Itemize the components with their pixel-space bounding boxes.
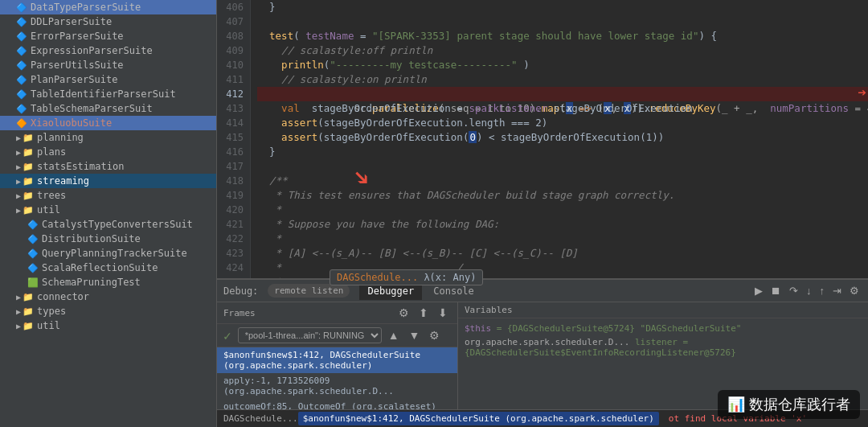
- sidebar-item-parserutilssuite[interactable]: 🔷 ParserUtilsSuite: [0, 58, 216, 72]
- code-lines: } test( testName = "[SPARK-3353] parent …: [251, 0, 868, 278]
- thread-filter-button[interactable]: ⚙: [426, 327, 443, 343]
- debug-label: Debug:: [223, 285, 258, 297]
- arrow-right-icon: ▶: [16, 322, 21, 331]
- line-num-409: 409: [217, 43, 250, 58]
- line-num-421: 421: [217, 217, 250, 232]
- arrow-right-icon: ▶: [16, 293, 21, 302]
- sidebar-item-trees[interactable]: ▶ 📁 trees: [0, 188, 216, 203]
- file-icon: 🔷: [27, 263, 39, 273]
- file-icon: 🔷: [16, 60, 27, 71]
- file-icon: 🔷: [16, 31, 27, 42]
- thread-dropdown[interactable]: *pool-1-threa...ain": RUNNING: [238, 327, 382, 343]
- down-button[interactable]: ⬇: [435, 305, 451, 321]
- code-line-418: /**: [257, 174, 868, 188]
- sidebar-item-util2[interactable]: ▶ 📁 util: [0, 318, 216, 333]
- code-line-414: assert(stageByOrderOfExecution.length ==…: [257, 116, 868, 130]
- sidebar-item-connector[interactable]: ▶ 📁 connector: [0, 289, 216, 304]
- editor-content: 406 407 408 409 410 411 412 413 414 415 …: [217, 0, 868, 278]
- arrow-right-icon: ▶: [16, 148, 21, 157]
- arrow-right-icon: ▶: [16, 307, 21, 316]
- debug-tabs-bar: Debug: remote listen Debugger Console ▶ …: [217, 280, 868, 302]
- sidebar-item-streaming[interactable]: ▶ 📁 streaming: [0, 174, 216, 188]
- resume-button[interactable]: ▶: [752, 284, 765, 298]
- folder-icon: 📁: [23, 176, 34, 187]
- code-line-420: *: [257, 203, 868, 217]
- sidebar-item-scalareflectionsuite[interactable]: 🔷 ScalaReflectionSuite: [0, 261, 216, 275]
- folder-icon: 📁: [23, 205, 34, 216]
- line-num-415: 415: [217, 130, 250, 145]
- folder-icon: 📁: [23, 306, 34, 317]
- frames-header: Frames ⚙ ⬆ ⬇: [217, 302, 457, 324]
- run-to-cursor-button[interactable]: ⇥: [830, 284, 844, 298]
- folder-icon: 📁: [23, 321, 34, 331]
- file-icon: 🔷: [27, 220, 39, 230]
- filter-button[interactable]: ⚙: [395, 305, 412, 321]
- file-icon: 🔷: [16, 46, 27, 56]
- frame-item-2[interactable]: outcomeOf:85, OutcomeOf (org.scalateset): [217, 399, 457, 409]
- folder-icon: 📁: [23, 133, 34, 143]
- file-icon: 🔷: [27, 248, 39, 259]
- file-tree: 🔷 DataTypeParserSuite 🔷 DDLParserSuite 🔷…: [0, 0, 217, 427]
- code-line-416: }: [257, 145, 868, 159]
- sidebar-item-errorparsersuite[interactable]: 🔷 ErrorParserSuite: [0, 29, 216, 43]
- arrow-right-icon: ▶: [16, 177, 21, 186]
- file-icon: 🔷: [16, 89, 27, 100]
- code-line-422: *: [257, 232, 868, 246]
- frames-list: $anonfun$new$1:412, DAGSchedulerSuite (o…: [217, 347, 457, 409]
- sidebar-item-expressionparsersuite[interactable]: 🔷 ExpressionParserSuite: [0, 43, 216, 58]
- selected-frame-label: $anonfun$new$1:412, DAGSchedulerSuite (o…: [298, 412, 659, 425]
- line-num-420: 420: [217, 203, 250, 217]
- variable-item-0: $this = {DAGSchedulerSuite@5724} "DAGSch…: [465, 322, 862, 335]
- sidebar-item-distributionsuite[interactable]: 🔷 DistributionSuite: [0, 232, 216, 246]
- code-line-419: * This test ensures that DAGScheduler bu…: [257, 188, 868, 203]
- code-line-408: test( testName = "[SPARK-3353] parent st…: [257, 29, 868, 43]
- step-into-button[interactable]: ↓: [804, 284, 814, 298]
- sidebar-item-planning[interactable]: ▶ 📁 planning: [0, 130, 216, 145]
- sidebar-item-catalysttypeconverterssuite[interactable]: 🔷 CatalystTypeConvertersSuit: [0, 217, 216, 232]
- sidebar-item-datatypeparsersuite[interactable]: 🔷 DataTypeParserSuite: [0, 0, 216, 14]
- sidebar-item-plans[interactable]: ▶ 📁 plans: [0, 145, 216, 159]
- file-icon: 🔷: [16, 104, 27, 114]
- file-icon: 🔷: [27, 234, 39, 244]
- thread-down-button[interactable]: ▼: [406, 327, 424, 343]
- frame-item-1[interactable]: apply:-1, 1713526009 (org.apache.spark.s…: [217, 373, 457, 399]
- copy-button[interactable]: ⬆: [416, 305, 432, 321]
- line-num-419: 419: [217, 188, 250, 203]
- folder-icon: 📁: [23, 147, 34, 158]
- file-icon: 🔷: [16, 17, 27, 27]
- sidebar-item-planparsersuite[interactable]: 🔷 PlanParserSuite: [0, 72, 216, 87]
- stop-button[interactable]: ⏹: [768, 284, 784, 298]
- sidebar-item-schemapruningtest[interactable]: 🟩 SchemaPruningTest: [0, 275, 216, 289]
- evaluate-button[interactable]: ⚙: [847, 284, 862, 298]
- sidebar-item-statsestimation[interactable]: ▶ 📁 statsEstimation: [0, 159, 216, 174]
- code-line-409: // scalastyle:off println: [257, 43, 868, 58]
- arrow-right-icon: ▶: [16, 206, 21, 215]
- thread-up-button[interactable]: ▲: [385, 327, 403, 343]
- line-num-406: 406: [217, 0, 250, 14]
- line-num-417: 417: [217, 159, 250, 174]
- step-out-button[interactable]: ↑: [817, 284, 828, 298]
- folder-icon: 📁: [23, 191, 34, 201]
- thread-selector: ✓ *pool-1-threa...ain": RUNNING ▲ ▼ ⚙: [217, 324, 457, 347]
- code-line-411: // scalastyle:on println: [257, 72, 868, 87]
- line-numbers: 406 407 408 409 410 411 412 413 414 415 …: [217, 0, 251, 278]
- code-line-421: * Suppose you have the following DAG:: [257, 217, 868, 232]
- variables-list: $this = {DAGSchedulerSuite@5724} "DAGSch…: [458, 318, 868, 363]
- watermark: 📊 数据仓库践行者: [718, 390, 860, 419]
- sidebar-item-types[interactable]: ▶ 📁 types: [0, 304, 216, 318]
- line-num-413: 413: [217, 101, 250, 116]
- arrow-right-icon: ▶: [16, 133, 21, 142]
- sidebar-item-xiaooluobusuite[interactable]: 🔶 XiaoluobuSuite: [0, 116, 216, 130]
- sidebar-item-queryplanningtrackersuite[interactable]: 🔷 QueryPlanningTrackerSuite: [0, 246, 216, 261]
- sidebar-item-tableidentifierparsersuit[interactable]: 🔷 TableIdentifierParserSuit: [0, 87, 216, 101]
- code-line-417: [257, 159, 868, 174]
- arrow-right-icon: ▶: [16, 162, 21, 171]
- sidebar-item-tableschemaparsersuit[interactable]: 🔷 TableSchemaParserSuit: [0, 101, 216, 116]
- frame-item-0[interactable]: $anonfun$new$1:412, DAGSchedulerSuite (o…: [217, 347, 457, 373]
- sidebar-item-ddlparsersuite[interactable]: 🔷 DDLParserSuite: [0, 14, 216, 29]
- line-num-422: 422: [217, 232, 250, 246]
- step-over-button[interactable]: ↷: [787, 284, 800, 298]
- code-line-406: }: [257, 0, 868, 14]
- sidebar-item-util[interactable]: ▶ 📁 util: [0, 203, 216, 217]
- frames-toolbar: ⚙ ⬆ ⬇: [395, 305, 451, 321]
